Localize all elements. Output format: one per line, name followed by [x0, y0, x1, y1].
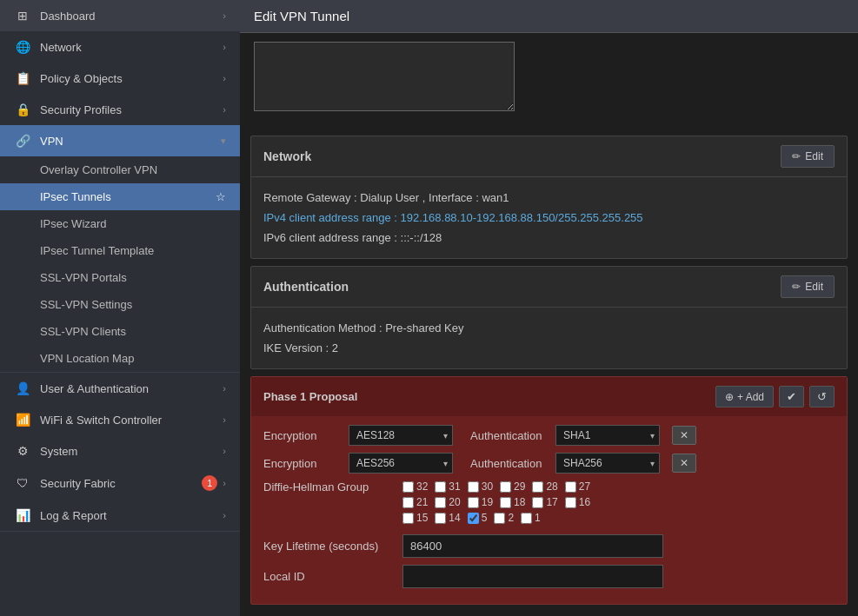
dh-item-14[interactable]: 14 — [435, 512, 460, 524]
sidebar-item-label: WiFi & Switch Controller — [40, 414, 223, 427]
enc-select-1[interactable]: AES128 AES256 3DES DES — [349, 425, 453, 446]
auth-row-1: Authentication Method : Pre-shared Key — [263, 318, 835, 338]
description-textarea[interactable] — [254, 42, 515, 111]
dh-checkbox-32[interactable] — [402, 481, 414, 493]
dh-item-31[interactable]: 31 — [435, 480, 460, 493]
auth-edit-button[interactable]: ✏ Edit — [781, 275, 835, 298]
auth-edit-label: Edit — [805, 281, 823, 293]
sidebar-item-vpn[interactable]: 🔗 VPN ▾ — [0, 125, 240, 156]
sidebar-item-system[interactable]: ⚙ System › — [0, 435, 240, 467]
sidebar-subitem-ssl-settings[interactable]: SSL-VPN Settings — [0, 291, 240, 318]
top-section — [240, 33, 858, 129]
phase1-card: Phase 1 Proposal ⊕ + Add ✔ ↺ Encryption — [250, 376, 848, 605]
auth-card-body: Authentication Method : Pre-shared Key I… — [251, 308, 847, 368]
phase1-check-button[interactable]: ✔ — [779, 386, 804, 407]
dh-item-1[interactable]: 1 — [521, 512, 541, 524]
sidebar-subitem-overlay-vpn[interactable]: Overlay Controller VPN — [0, 156, 240, 183]
network-row-3: IPv6 client address range : :::-::/128 — [263, 228, 835, 248]
sidebar-item-policy[interactable]: 📋 Policy & Objects › — [0, 63, 240, 94]
sidebar-subitem-ssl-portals[interactable]: SSL-VPN Portals — [0, 264, 240, 291]
dh-item-30[interactable]: 30 — [468, 480, 493, 493]
dh-item-17[interactable]: 17 — [532, 496, 557, 508]
key-lifetime-input[interactable] — [402, 534, 663, 558]
dh-checkbox-21[interactable] — [402, 497, 414, 508]
dh-checkbox-16[interactable] — [565, 497, 576, 508]
auth-card-header: Authentication ✏ Edit — [251, 267, 847, 308]
dh-checkbox-17[interactable] — [532, 497, 543, 508]
policy-icon: 📋 — [14, 71, 31, 85]
chevron-right-icon: › — [223, 104, 226, 115]
dh-checkbox-2[interactable] — [494, 513, 505, 524]
network-card-body: Remote Gateway : Dialup User , Interface… — [251, 177, 847, 258]
local-id-label: Local ID — [263, 570, 402, 583]
dh-item-18[interactable]: 18 — [500, 496, 525, 508]
sidebar-item-log-report[interactable]: 📊 Log & Report › — [0, 500, 240, 531]
dh-checkbox-19[interactable] — [468, 497, 479, 508]
dh-checkbox-27[interactable] — [565, 481, 576, 493]
dh-checkbox-28[interactable] — [532, 481, 543, 493]
chevron-down-icon: ▾ — [221, 136, 226, 147]
sidebar-subitem-ipsec-wizard[interactable]: IPsec Wizard — [0, 210, 240, 237]
sidebar-item-wifi-switch[interactable]: 📶 WiFi & Switch Controller › — [0, 404, 240, 435]
sidebar-item-security-fabric[interactable]: 🛡 Security Fabric 1 › — [0, 467, 240, 500]
local-id-input[interactable] — [402, 565, 663, 588]
sidebar-subitem-ssl-clients[interactable]: SSL-VPN Clients — [0, 318, 240, 345]
local-id-row: Local ID — [263, 565, 835, 588]
page-title: Edit VPN Tunnel — [240, 0, 858, 33]
security-fabric-icon: 🛡 — [14, 476, 31, 490]
dh-checkbox-20[interactable] — [435, 497, 446, 508]
sidebar-item-security-profiles[interactable]: 🔒 Security Profiles › — [0, 94, 240, 125]
dh-item-29[interactable]: 29 — [500, 480, 525, 493]
dh-checkbox-5[interactable] — [468, 513, 479, 524]
dh-checkbox-14[interactable] — [435, 513, 446, 524]
sidebar: ⊞ Dashboard › 🌐 Network › 📋 Policy & Obj… — [0, 0, 240, 616]
enc-select-wrap-2: AES128 AES256 3DES DES — [349, 453, 453, 474]
sidebar-item-label: Security Fabric — [40, 477, 202, 490]
dh-item-27[interactable]: 27 — [565, 480, 590, 493]
key-lifetime-row: Key Lifetime (seconds) — [263, 534, 835, 558]
sidebar-subitem-ipsec-template[interactable]: IPsec Tunnel Template — [0, 237, 240, 264]
dh-checkbox-29[interactable] — [500, 481, 511, 493]
dh-item-16[interactable]: 16 — [565, 496, 590, 508]
phase1-reset-button[interactable]: ↺ — [809, 386, 835, 407]
dh-item-20[interactable]: 20 — [435, 496, 460, 508]
enc-select-2[interactable]: AES128 AES256 3DES DES — [349, 453, 453, 474]
dh-item-2[interactable]: 2 — [494, 512, 514, 524]
sidebar-item-user-auth[interactable]: 👤 User & Authentication › — [0, 373, 240, 404]
delete-row-2-button[interactable]: ✕ — [672, 454, 696, 473]
dh-item-21[interactable]: 21 — [402, 496, 428, 508]
dh-checkbox-18[interactable] — [500, 497, 511, 508]
phase1-add-button[interactable]: ⊕ + Add — [715, 386, 774, 407]
dh-group-label: Diffie-Hellman Group — [263, 480, 402, 493]
dh-checkbox-1[interactable] — [521, 513, 532, 524]
delete-row-1-button[interactable]: ✕ — [672, 426, 696, 445]
ipv4-label: IPv4 client address range : 192.168.88.1… — [263, 211, 643, 224]
network-row-1: Remote Gateway : Dialup User , Interface… — [263, 188, 835, 208]
sidebar-subitem-ipsec-tunnels[interactable]: IPsec Tunnels ☆ — [0, 183, 240, 210]
dh-row-3: 15 14 5 2 1 — [402, 512, 590, 524]
network-card: Network ✏ Edit Remote Gateway : Dialup U… — [250, 136, 848, 259]
dh-item-5[interactable]: 5 — [468, 512, 488, 524]
network-edit-label: Edit — [805, 150, 823, 162]
dh-item-32[interactable]: 32 — [402, 480, 428, 493]
chevron-right-icon: › — [223, 478, 226, 488]
sidebar-item-network[interactable]: 🌐 Network › — [0, 31, 240, 63]
sidebar-item-dashboard[interactable]: ⊞ Dashboard › — [0, 0, 240, 31]
enc-label-2: Encryption — [263, 457, 342, 470]
dh-checkbox-31[interactable] — [435, 481, 446, 493]
network-edit-button[interactable]: ✏ Edit — [781, 145, 835, 168]
log-icon: 📊 — [14, 508, 31, 522]
dh-checkbox-15[interactable] — [402, 513, 414, 524]
phase1-title: Phase 1 Proposal — [263, 390, 357, 403]
dh-item-28[interactable]: 28 — [532, 480, 557, 493]
auth-select-2[interactable]: SHA1 SHA256 MD5 SHA384 SHA512 — [555, 453, 660, 474]
chevron-right-icon: › — [223, 510, 226, 520]
auth-select-1[interactable]: SHA1 SHA256 MD5 SHA384 SHA512 — [555, 425, 660, 446]
sidebar-subitem-vpn-location[interactable]: VPN Location Map — [0, 345, 240, 372]
content-area: Network ✏ Edit Remote Gateway : Dialup U… — [240, 33, 858, 605]
enc-row-2: Encryption AES128 AES256 3DES DES Authen… — [263, 453, 835, 474]
dh-item-15[interactable]: 15 — [402, 512, 428, 524]
dh-checkbox-30[interactable] — [468, 481, 479, 493]
auth-label-2: Authentication — [470, 457, 549, 470]
dh-item-19[interactable]: 19 — [468, 496, 493, 508]
